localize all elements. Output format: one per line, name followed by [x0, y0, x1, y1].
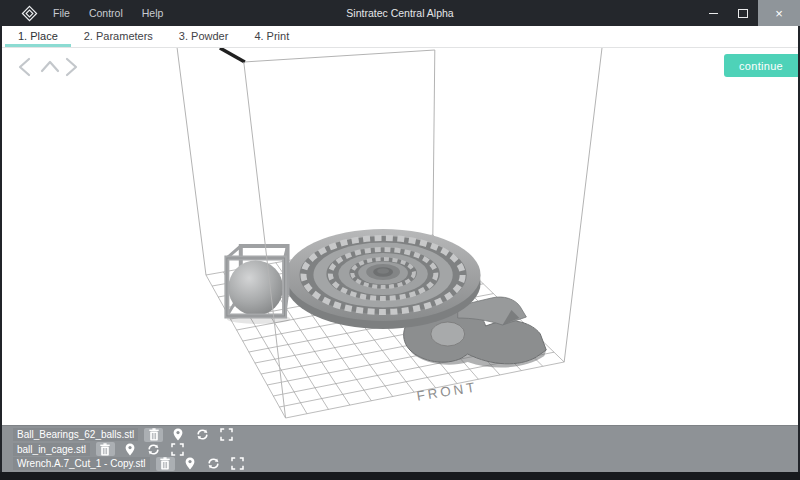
menu-help[interactable]: Help	[142, 7, 164, 19]
viewport-3d[interactable]: FRONT continue	[2, 48, 798, 425]
place-button[interactable]	[181, 457, 199, 471]
tab-powder[interactable]: 3. Powder	[166, 26, 242, 47]
window-body: 1. Place 2. Parameters 3. Powder 4. Prin…	[0, 26, 800, 472]
front-label: FRONT	[416, 379, 479, 403]
chevron-up-icon[interactable]	[42, 62, 58, 71]
model-ball-bearings-disc[interactable]	[286, 229, 481, 329]
model-ball-in-cage[interactable]	[227, 246, 291, 324]
place-button[interactable]	[121, 442, 139, 456]
rotate-button[interactable]	[193, 428, 211, 442]
tab-parameters[interactable]: 2. Parameters	[71, 26, 166, 47]
title-bar: File Control Help Sintratec Central Alph…	[0, 0, 800, 26]
sintratec-logo-icon	[21, 5, 38, 22]
maximize-icon	[738, 9, 748, 18]
menu-bar: File Control Help	[53, 7, 163, 19]
tab-place[interactable]: 1. Place	[5, 26, 71, 47]
close-button[interactable]: ×	[758, 0, 800, 26]
rotate-button[interactable]	[145, 442, 163, 456]
menu-file[interactable]: File	[53, 7, 70, 19]
close-icon: ×	[775, 7, 783, 20]
continue-button[interactable]: continue	[724, 54, 798, 77]
file-row: ball_in_cage.stl	[2, 442, 798, 456]
chamber-front-left-edge	[244, 62, 286, 418]
scale-button[interactable]	[229, 457, 247, 471]
app-window: File Control Help Sintratec Central Alph…	[0, 0, 800, 480]
scale-button[interactable]	[169, 442, 187, 456]
trash-button[interactable]	[144, 428, 163, 442]
trash-button[interactable]	[96, 442, 115, 456]
file-name: Wrench.A.7_Cut_1 - Copy.stl	[13, 457, 150, 470]
minimize-button[interactable]	[698, 0, 728, 26]
file-row: Ball_Bearings_62_balls.stl	[2, 428, 798, 442]
file-name: ball_in_cage.stl	[13, 443, 90, 456]
file-name: Ball_Bearings_62_balls.stl	[13, 428, 138, 441]
menu-control[interactable]: Control	[89, 7, 123, 19]
minimize-icon	[709, 13, 718, 14]
file-row: Wrench.A.7_Cut_1 - Copy.stl	[2, 457, 798, 471]
camera-nav-controls	[8, 56, 88, 80]
rotate-button[interactable]	[205, 457, 223, 471]
build-volume-canvas[interactable]: FRONT	[2, 48, 798, 427]
chevron-left-icon[interactable]	[20, 59, 29, 75]
trash-button[interactable]	[156, 457, 175, 471]
chevron-right-icon[interactable]	[67, 59, 76, 75]
maximize-button[interactable]	[728, 0, 758, 26]
place-button[interactable]	[169, 428, 187, 442]
window-bottom-edge	[0, 472, 800, 480]
scale-button[interactable]	[217, 428, 235, 442]
tab-print[interactable]: 4. Print	[241, 26, 302, 47]
workflow-tab-bar: 1. Place 2. Parameters 3. Powder 4. Prin…	[2, 26, 798, 48]
window-controls: ×	[698, 0, 800, 26]
loaded-files-panel: Ball_Bearings_62_balls.stl ball_in_cage.…	[2, 425, 798, 472]
